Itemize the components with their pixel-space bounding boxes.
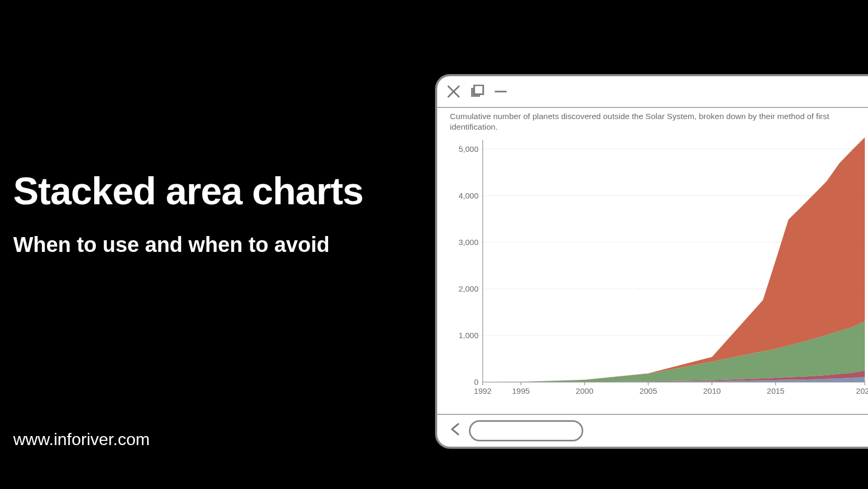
footer-url: www.inforiver.com <box>13 430 150 449</box>
svg-text:1995: 1995 <box>512 386 530 395</box>
svg-text:1,000: 1,000 <box>458 331 478 340</box>
page-subtitle: When to use and when to avoid <box>13 233 330 257</box>
svg-text:2,000: 2,000 <box>458 284 478 293</box>
svg-text:2022: 2022 <box>856 386 868 395</box>
window-titlebar <box>437 76 868 108</box>
window-bottom-bar <box>437 414 868 447</box>
minimize-icon[interactable] <box>494 85 507 98</box>
svg-text:0: 0 <box>474 377 478 386</box>
maximize-icon[interactable] <box>470 85 485 98</box>
chart-container: Cumulative number of planets discovered … <box>437 107 868 415</box>
close-icon[interactable] <box>447 85 460 98</box>
svg-rect-1 <box>474 85 483 94</box>
svg-text:3,000: 3,000 <box>458 238 478 247</box>
svg-text:2010: 2010 <box>703 386 721 395</box>
stacked-area-chart: 01,0002,0003,0004,0005,00019921995200020… <box>450 135 868 400</box>
svg-text:2015: 2015 <box>767 386 784 395</box>
svg-text:2005: 2005 <box>639 386 657 395</box>
svg-text:1992: 1992 <box>474 386 491 395</box>
back-icon[interactable] <box>449 422 462 440</box>
page-title: Stacked area charts <box>13 169 363 213</box>
browser-window: Cumulative number of planets discovered … <box>435 74 868 449</box>
chart-caption: Cumulative number of planets discovered … <box>450 111 863 132</box>
address-bar[interactable] <box>469 420 583 441</box>
svg-text:5,000: 5,000 <box>458 144 478 153</box>
svg-text:4,000: 4,000 <box>458 191 478 200</box>
svg-text:2000: 2000 <box>576 386 593 395</box>
